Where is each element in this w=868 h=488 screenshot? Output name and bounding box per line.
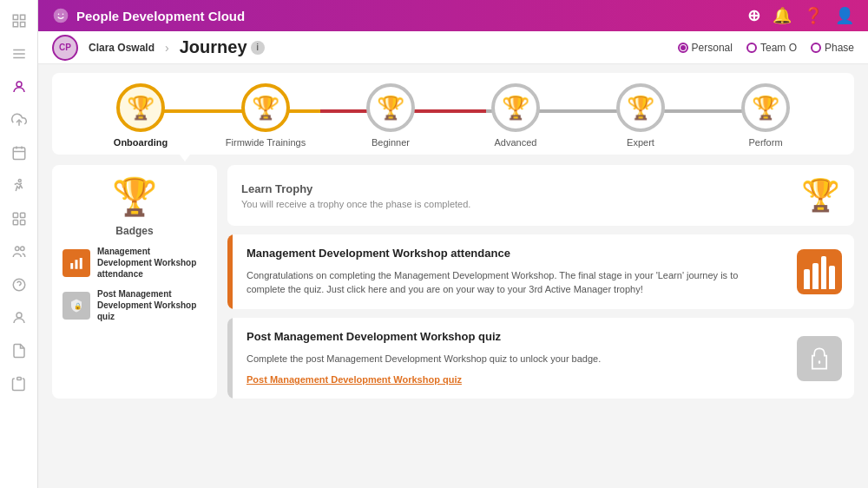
workshop-icon-area [785,234,854,309]
subheader: CP Clara Oswald › Journey i Personal Tea… [38,31,868,64]
sidebar-icon-upload[interactable] [5,106,33,134]
badges-trophy-icon: 🏆 [62,175,207,218]
svg-point-13 [18,180,21,182]
step-label-firmwide: Firmwide Trainings [226,137,306,148]
phase-label: Phase [825,42,854,54]
info-icon[interactable]: i [251,41,265,55]
sidebar [0,0,38,488]
bell-icon[interactable]: 🔔 [773,6,792,25]
badges-panel: 🏆 Badges Management Development Workshop… [52,165,217,399]
workshop-desc: Congratulations on completing the Manage… [247,268,771,297]
svg-rect-2 [13,23,17,27]
timeline-step-beginner[interactable]: 🏆 Beginner [328,83,453,148]
svg-rect-28 [76,260,78,269]
learn-trophy-desc: You will receive a trophy once the phase… [241,199,470,209]
workshop-card-content: Management Development Workshop attendan… [233,234,785,309]
topbar-icons: ⊕ 🔔 ❓ 👤 [747,6,854,25]
badges-label: Badges [62,225,207,237]
timeline-step-firmwide[interactable]: 🏆 Firmwide Trainings [203,83,328,148]
topbar-left: People Development Cloud [52,7,245,24]
sidebar-icon-run[interactable] [5,172,33,200]
svg-point-24 [54,9,69,23]
timeline-step-perform[interactable]: 🏆 Perform [703,83,828,148]
chevron-right-icon: › [165,41,169,55]
svg-rect-1 [20,15,24,19]
timeline-step-advanced[interactable]: 🏆 Advanced [453,83,578,148]
workshop-title: Management Development Workshop attendan… [247,247,771,261]
sidebar-icon-user-group[interactable] [5,238,33,266]
personal-radio[interactable] [678,43,688,53]
learn-trophy-text: Learn Trophy You will receive a trophy o… [241,182,470,209]
badge-item-1[interactable]: 🔒 Post Management Development Workshop q… [62,288,207,322]
step-label-expert: Expert [627,137,654,148]
timeline: 🏆 Onboarding 🏆 Firmwide Trainings 🏆 Begi… [69,83,837,148]
svg-rect-23 [16,378,21,380]
team-label: Team O [760,42,797,54]
phase-radio[interactable] [811,43,821,53]
sidebar-icon-person2[interactable] [5,304,33,332]
svg-rect-15 [20,213,24,217]
quiz-icon-area [785,318,854,399]
sidebar-icon-home[interactable] [5,7,33,35]
trophy-firmwide: 🏆 [241,83,290,132]
journey-title: Journey i [180,37,265,57]
sidebar-icon-document[interactable] [5,337,33,365]
badge-shield-icon: 🔒 [62,292,90,320]
svg-point-19 [20,247,24,251]
badge-item-0[interactable]: Management Development Workshop attendan… [62,246,207,280]
quiz-title: Post Management Development Workshop qui… [247,330,771,345]
badge-text-1: Post Management Development Workshop qui… [97,288,207,322]
sidebar-icon-person[interactable] [5,73,33,101]
learn-trophy-card: Learn Trophy You will receive a trophy o… [227,165,854,226]
main-area: People Development Cloud ⊕ 🔔 ❓ 👤 CP Clar… [38,0,868,488]
timeline-container: 🏆 Onboarding 🏆 Firmwide Trainings 🏆 Begi… [52,73,854,155]
svg-point-25 [58,14,60,16]
sidebar-icon-calendar[interactable] [5,139,33,167]
personal-filter[interactable]: Personal [678,42,733,54]
bar-chart-icon [797,249,842,294]
step-label-beginner: Beginner [372,137,410,148]
app-logo-icon [52,7,69,24]
sidebar-icon-help[interactable] [5,271,33,299]
svg-rect-3 [20,23,24,27]
sidebar-icon-clipboard[interactable] [5,370,33,398]
svg-point-22 [16,313,22,318]
personal-label: Personal [692,42,733,54]
phase-filter[interactable]: Phase [811,42,854,54]
right-panels: Learn Trophy You will receive a trophy o… [227,165,854,399]
filter-group: Personal Team O Phase [678,42,854,54]
sidebar-icon-list[interactable] [5,40,33,68]
quiz-card-content: Post Management Development Workshop qui… [233,318,785,399]
sidebar-icon-apps[interactable] [5,205,33,233]
topbar: People Development Cloud ⊕ 🔔 ❓ 👤 [38,0,868,31]
trophy-onboarding: 🏆 [116,83,165,132]
add-circle-icon[interactable]: ⊕ [747,6,760,25]
bar3 [821,256,827,289]
badge-text-0: Management Development Workshop attendan… [97,246,207,280]
timeline-step-onboarding[interactable]: 🏆 Onboarding [78,83,203,148]
trophy-beginner: 🏆 [366,83,415,132]
svg-rect-16 [13,221,17,225]
user-name: Clara Oswald [89,42,155,54]
svg-text:🔒: 🔒 [74,302,82,310]
timeline-pointer [180,155,190,162]
question-icon[interactable]: ❓ [804,6,823,25]
step-label-perform: Perform [748,137,782,148]
avatar: CP [52,35,78,61]
svg-rect-17 [20,221,24,225]
learn-trophy-icon: 🏆 [801,177,840,214]
quiz-link[interactable]: Post Management Development Workshop qui… [247,374,462,385]
timeline-step-expert[interactable]: 🏆 Expert [578,83,703,148]
team-radio[interactable] [746,43,757,53]
panels-row: 🏆 Badges Management Development Workshop… [52,165,854,399]
bar2 [812,263,819,289]
app-title: People Development Cloud [76,9,245,23]
team-filter[interactable]: Team O [746,42,797,54]
trophy-expert: 🏆 [616,83,665,132]
svg-rect-29 [80,258,82,269]
quiz-desc: Complete the post Management Development… [247,352,771,366]
svg-point-18 [15,247,19,251]
badge-chart-icon [62,249,90,277]
user-icon[interactable]: 👤 [835,6,854,25]
svg-rect-14 [13,213,17,217]
